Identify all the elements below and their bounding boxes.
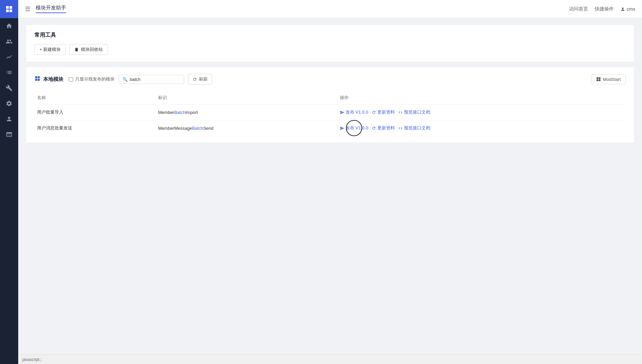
main-area: ☰ 模块开发助手 访问首页 快捷操作 cms 常用工具 + 新建模块 [18, 0, 642, 364]
recycle-button[interactable]: 模块回收站 [69, 44, 108, 55]
module-action-cell-2: 发布 V1.0.0 更新资料 预览接口文档 [337, 120, 626, 136]
module-section: 本地模块 只显示我发布的模块 🔍 刷新 [26, 67, 634, 143]
update-button-1[interactable]: 更新资料 [372, 109, 395, 115]
action-cell-1: 发布 V1.0.0 更新资料 预览接口文档 [340, 109, 623, 115]
sidebar-item-chart[interactable] [0, 49, 18, 65]
col-name: 名称 [34, 91, 155, 104]
quick-actions-link[interactable]: 快捷操作 [595, 6, 614, 12]
sidebar-item-users[interactable] [0, 34, 18, 49]
filter-row: 只显示我发布的模块 🔍 刷新 [69, 74, 586, 85]
filter-checkbox-label[interactable]: 只显示我发布的模块 [69, 76, 115, 82]
sidebar [0, 0, 18, 364]
sidebar-logo [0, 0, 18, 18]
visit-home-link[interactable]: 访问首页 [569, 6, 588, 12]
modstart-button[interactable]: ModStart [591, 74, 626, 84]
recycle-btn-label: 模块回收站 [81, 47, 103, 53]
statusbar-text: javascript:; [22, 357, 41, 362]
col-tag: 标识 [155, 91, 337, 104]
user-menu[interactable]: cms [620, 6, 635, 12]
search-box: 🔍 [119, 75, 184, 84]
svg-rect-5 [599, 77, 601, 79]
search-icon: 🔍 [122, 77, 128, 82]
preview-button-1[interactable]: 预览接口文档 [398, 109, 430, 115]
svg-rect-7 [599, 80, 601, 81]
modstart-btn-label: ModStart [603, 77, 621, 82]
module-action-cell: 发布 V1.0.0 更新资料 预览接口文档 [337, 104, 626, 120]
new-module-button[interactable]: + 新建模块 [34, 44, 66, 55]
toolbar-row: + 新建模块 模块回收站 [34, 44, 626, 55]
topnav: ☰ 模块开发助手 访问首页 快捷操作 cms [18, 0, 642, 18]
svg-rect-4 [596, 77, 598, 79]
module-name-cell: 用户批量导入 [34, 104, 155, 120]
common-tools-card: 常用工具 + 新建模块 模块回收站 [26, 25, 634, 62]
filter-label: 只显示我发布的模块 [75, 76, 115, 82]
module-icon [34, 75, 40, 83]
svg-rect-2 [6, 9, 9, 12]
filter-checkbox[interactable] [69, 77, 73, 82]
module-tag-cell: MemberBatchImport [155, 104, 337, 120]
refresh-button[interactable]: 刷新 [188, 74, 212, 85]
sidebar-item-account[interactable] [0, 111, 18, 127]
sidebar-item-settings[interactable] [0, 96, 18, 111]
table-row: 用户消息批量发送 MemberMessageBatchSend 发布 V1.0.… [34, 120, 626, 136]
module-name-cell-2: 用户消息批量发送 [34, 120, 155, 136]
module-table: 名称 标识 操作 用户批量导入 MemberBatchImport [34, 91, 626, 136]
topnav-right: 访问首页 快捷操作 cms [569, 6, 635, 12]
action-cell-2: 发布 V1.0.0 更新资料 预览接口文档 [340, 125, 623, 131]
refresh-btn-label: 刷新 [199, 76, 208, 82]
preview-button-2[interactable]: 预览接口文档 [398, 125, 430, 131]
common-tools-title: 常用工具 [34, 32, 626, 39]
svg-rect-1 [9, 6, 12, 9]
search-input[interactable] [130, 77, 180, 82]
content-area: 常用工具 + 新建模块 模块回收站 本地 [18, 18, 642, 355]
publish-button-1[interactable]: 发布 V1.0.0 [340, 109, 368, 115]
sidebar-item-tools[interactable] [0, 80, 18, 96]
svg-rect-0 [6, 6, 9, 9]
sidebar-item-home[interactable] [0, 18, 18, 34]
local-module-title: 本地模块 [43, 76, 63, 83]
page-title: 模块开发助手 [36, 5, 66, 13]
menu-icon[interactable]: ☰ [25, 5, 30, 13]
statusbar: javascript:; [18, 355, 642, 364]
sidebar-item-list[interactable] [0, 65, 18, 80]
svg-rect-6 [596, 80, 598, 81]
module-header: 本地模块 只显示我发布的模块 🔍 刷新 [34, 74, 626, 85]
svg-rect-3 [9, 9, 12, 12]
publish-button-2[interactable]: 发布 V1.0.0 [340, 125, 368, 131]
table-row: 用户批量导入 MemberBatchImport 发布 V1.0.0 [34, 104, 626, 120]
module-tag-cell-2: MemberMessageBatchSend [155, 120, 337, 136]
module-section-title: 本地模块 [34, 75, 63, 83]
col-action: 操作 [337, 91, 626, 104]
username: cms [626, 6, 635, 12]
update-button-2[interactable]: 更新资料 [372, 125, 395, 131]
sidebar-item-module[interactable] [0, 127, 18, 142]
